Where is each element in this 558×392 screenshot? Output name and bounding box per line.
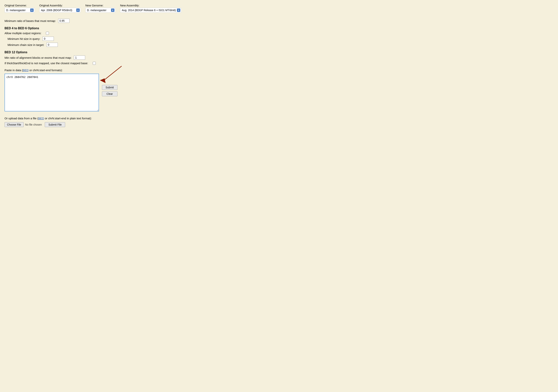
new-assembly-select-wrapper: Aug. 2014 (BDGP Release 6 + ISO1 MT/dm6)… [120,8,182,13]
paste-section: Paste in data (BED or chrN:start-end for… [5,69,553,111]
upload-label: Or upload data from a file (BED or chrN:… [5,117,553,120]
submit-clear-col: Submit Clear [102,74,117,96]
textarea-submit-row: chrX 2684762 2687041 Submit Clear [5,74,553,111]
original-genome-select-wrapper: D. melanogaster ▼ [5,8,35,13]
original-assembly-label: Original Assembly: [39,4,81,7]
upload-label-before: Or upload data from a file ( [5,117,38,120]
no-file-text: No file chosen [25,123,42,126]
new-assembly-select[interactable]: Aug. 2014 (BDGP Release 6 + ISO1 MT/dm6) [120,8,182,13]
bed4-to-bed6-section: BED 4 to BED 6 Options Allow multiple ou… [5,27,553,47]
new-assembly-group: New Assembly: Aug. 2014 (BDGP Release 6 … [120,4,182,13]
bed12-section: BED 12 Options Min ratio of alignment bl… [5,51,553,65]
allow-multiple-row: Allow multiple output regions: [5,32,553,35]
choose-file-button[interactable]: Choose File [5,122,24,127]
min-alignment-row: Min ratio of alignment blocks or exons t… [5,55,553,60]
thick-start-checkbox[interactable] [93,62,96,65]
thick-start-row: If thickStart/thickEnd is not mapped, us… [5,61,553,65]
choose-file-label: Choose File [7,123,21,126]
original-genome-group: Original Genome: D. melanogaster ▼ [5,4,35,13]
min-ratio-row: Minimum ratio of bases that must remap: [5,19,553,23]
min-hit-row: Minimum hit size in query: [5,37,553,41]
upload-bed-link[interactable]: BED [38,117,44,120]
min-ratio-label: Minimum ratio of bases that must remap: [5,19,56,22]
submit-button[interactable]: Submit [102,85,117,90]
submit-file-button[interactable]: Submit File [45,122,65,127]
new-genome-select-wrapper: D. melanogaster ▼ [85,8,116,13]
min-alignment-input[interactable] [74,55,85,60]
genome-selectors-row: Original Genome: D. melanogaster ▼ Origi… [5,4,553,13]
allow-multiple-checkbox[interactable] [46,32,49,35]
min-ratio-section: Minimum ratio of bases that must remap: [5,19,553,23]
min-alignment-label: Min ratio of alignment blocks or exons t… [5,56,71,59]
original-assembly-select-wrapper: Apr. 2006 (BDGP R5/dm3) ▼ [39,8,81,13]
original-assembly-select[interactable]: Apr. 2006 (BDGP R5/dm3) [39,8,81,13]
bed4-to-bed6-heading: BED 4 to BED 6 Options [5,27,553,30]
bed12-heading: BED 12 Options [5,51,553,54]
bed-link[interactable]: BED [23,69,29,72]
min-hit-label: Minimum hit size in query: [8,37,40,40]
new-genome-select[interactable]: D. melanogaster [85,8,116,13]
paste-label-before: Paste in data ( [5,69,23,72]
thick-start-label: If thickStart/thickEnd is not mapped, us… [5,61,88,65]
data-textarea[interactable]: chrX 2684762 2687041 [5,74,99,111]
original-assembly-group: Original Assembly: Apr. 2006 (BDGP R5/dm… [39,4,81,13]
min-ratio-input[interactable] [58,19,70,23]
original-genome-select[interactable]: D. melanogaster [5,8,35,13]
new-genome-label: New Genome: [85,4,116,7]
allow-multiple-label: Allow multiple output regions: [5,32,41,35]
original-genome-label: Original Genome: [5,4,35,7]
min-chain-label: Minimum chain size in target: [8,43,44,46]
min-hit-input[interactable] [43,37,54,41]
new-assembly-label: New Assembly: [120,4,182,7]
file-input-wrapper: Choose File No file chosen [5,122,42,127]
clear-button[interactable]: Clear [102,91,117,96]
upload-section: Or upload data from a file (BED or chrN:… [5,117,553,127]
min-chain-input[interactable] [46,43,58,47]
paste-label-after: or chrN:start-end formats): [29,69,63,72]
min-chain-row: Minimum chain size in target: [5,43,553,47]
upload-row: Choose File No file chosen Submit File [5,122,553,127]
upload-label-after: or chrN:start-end in plain text format): [44,117,92,120]
paste-label: Paste in data (BED or chrN:start-end for… [5,69,553,72]
new-genome-group: New Genome: D. melanogaster ▼ [85,4,116,13]
